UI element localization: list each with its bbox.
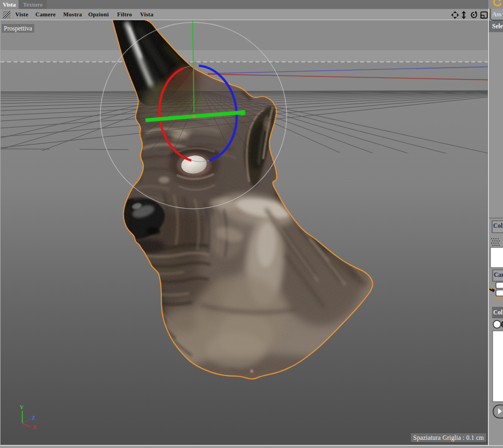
svg-text:Y: Y	[20, 404, 24, 410]
svg-text:Z: Z	[32, 415, 35, 421]
svg-text:X: X	[33, 424, 37, 430]
